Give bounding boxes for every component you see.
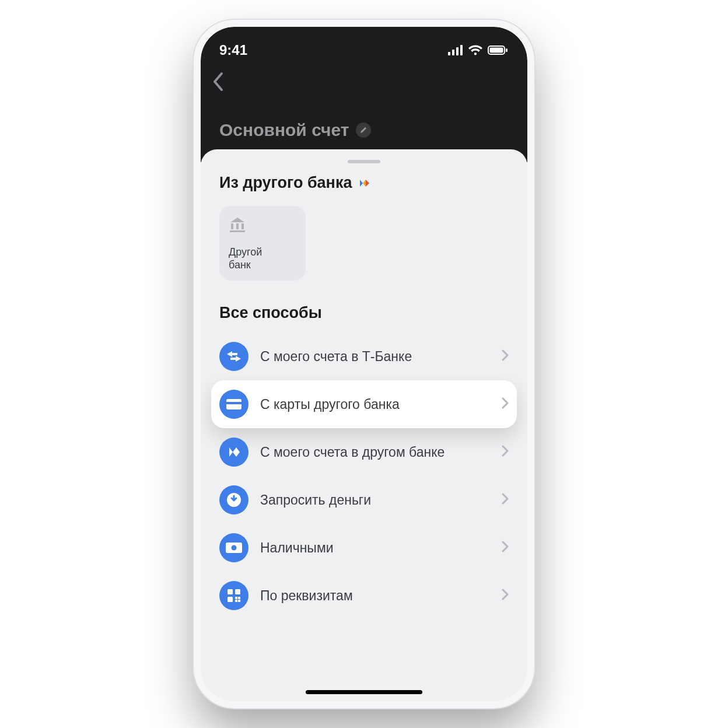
svg-rect-15 [235,597,237,599]
svg-rect-13 [235,589,240,594]
methods-list: С моего счета в Т‑Банке С карты другого … [201,329,527,620]
card-icon [219,390,249,419]
method-label: С моего счета в другом банке [260,444,490,460]
svg-rect-5 [490,48,503,53]
sheet-grabber[interactable] [348,160,380,163]
svg-rect-17 [235,600,237,602]
all-methods-title: Все способы [201,281,527,329]
chevron-right-icon [502,589,509,603]
svg-rect-6 [506,48,508,52]
status-bar: 9:41 [201,37,527,63]
method-label: С карты другого банка [260,397,490,412]
chevron-right-icon [502,541,509,555]
method-from-my-other-bank-account[interactable]: С моего счета в другом банке [211,428,517,476]
status-icons [448,45,509,55]
svg-rect-14 [228,597,233,602]
chevron-right-icon [502,349,509,363]
method-request-money[interactable]: Запросить деньги [211,476,517,524]
transfer-icon [219,342,249,371]
download-circle-icon [219,485,249,514]
phone-frame: 9:41 Основ [194,20,534,708]
method-from-other-bank-card[interactable]: С карты другого банка [211,380,517,428]
edit-account-button[interactable] [356,123,371,138]
svg-rect-18 [238,597,240,599]
other-bank-tile[interactable]: Другой банк [219,206,306,281]
cash-icon [219,533,249,562]
method-by-details[interactable]: По реквизитам [211,572,517,620]
battery-icon [488,45,509,55]
chevron-right-icon [502,445,509,459]
screen: 9:41 Основ [201,27,527,701]
sbp-icon [358,176,372,190]
method-label: Запросить деньги [260,492,490,508]
other-bank-tile-label: Другой банк [229,246,296,271]
wifi-icon [468,45,483,55]
svg-rect-12 [228,589,233,594]
bank-icon [229,216,296,235]
method-label: С моего счета в Т‑Банке [260,349,490,365]
chevron-right-icon [502,493,509,507]
svg-rect-8 [226,402,242,404]
method-cash[interactable]: Наличными [211,524,517,572]
pencil-icon [359,126,368,134]
svg-rect-16 [238,600,240,602]
sbp-transfer-icon [219,438,249,467]
svg-rect-2 [456,47,459,55]
home-indicator[interactable] [306,690,422,694]
svg-point-11 [232,545,237,551]
svg-rect-3 [460,45,463,55]
from-other-bank-title: Из другого банка [201,174,527,192]
status-time: 9:41 [219,42,247,58]
method-label: По реквизитам [260,588,490,604]
header: 9:41 Основ [201,27,527,162]
chevron-right-icon [502,397,509,411]
bottom-sheet: Из другого банка Другой банк [201,149,527,701]
method-from-my-tbank-account[interactable]: С моего счета в Т‑Банке [211,332,517,380]
back-button[interactable] [211,84,224,94]
cellular-icon [448,45,463,55]
svg-rect-1 [452,50,454,55]
svg-rect-0 [448,52,450,55]
method-label: Наличными [260,540,490,556]
from-other-bank-label: Из другого банка [219,174,352,192]
account-title: Основной счет [219,120,349,140]
qr-icon [219,581,249,610]
